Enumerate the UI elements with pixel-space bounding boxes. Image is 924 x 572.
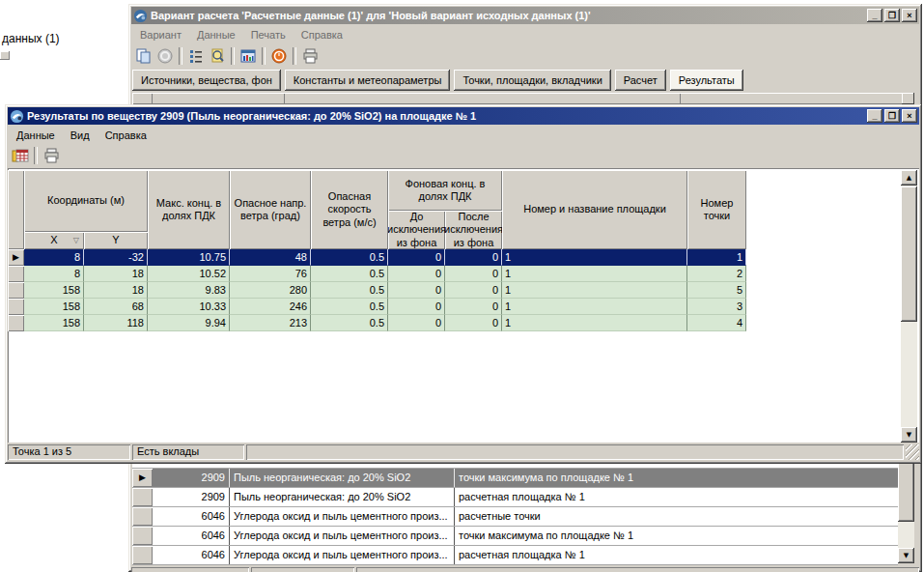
table-row[interactable]: 6046 Углерода оксид и пыль цементного пр…	[132, 527, 898, 546]
cell-x: 8	[24, 249, 84, 266]
list-icon[interactable]	[185, 45, 207, 67]
tab-calculation[interactable]: Расчет	[615, 70, 666, 91]
header-x[interactable]: X ▽	[24, 232, 84, 249]
header-wind-direction[interactable]: Опасное напр. ветра (град)	[230, 170, 311, 249]
scroll-up-icon[interactable]: ▲	[901, 170, 917, 186]
resize-grip[interactable]	[906, 444, 919, 460]
maximize-button[interactable]: ❐	[884, 109, 900, 123]
results-table-header: Координаты (м) X ▽ Y Макс. конц. в долях…	[8, 170, 746, 249]
header-x-label: X	[50, 234, 57, 246]
table-row-selected[interactable]: ▶ 2909 Пыль неорганическая: до 20% SiO2 …	[132, 469, 898, 488]
toolbar-separator	[231, 47, 235, 65]
menu-print[interactable]: Печать	[243, 27, 294, 43]
cell-y: -32	[84, 249, 148, 266]
cell-conc: 10.33	[148, 299, 230, 315]
table-grid-icon[interactable]	[10, 145, 31, 166]
header-max-conc[interactable]: Макс. конц. в долях ПДК	[148, 170, 230, 249]
cell-dir: 76	[230, 266, 311, 282]
cell-site: 1	[502, 299, 687, 315]
cell-dir: 246	[230, 299, 311, 315]
menu-view[interactable]: Вид	[63, 128, 98, 143]
clock-icon[interactable]	[268, 45, 290, 67]
cell-x: 158	[24, 315, 84, 331]
scrollbar-thumb[interactable]	[898, 458, 914, 522]
row-indicator	[8, 299, 24, 315]
header-background-conc-group[interactable]: Фоновая конц. в долях ПДК	[388, 170, 502, 211]
result-row[interactable]: 8 18 10.52 76 0.5 0 0 1 2	[8, 266, 746, 282]
result-row[interactable]: 158 118 9.94 213 0.5 0 0 1 4	[8, 315, 746, 331]
calc-variant-titlebar[interactable]: Вариант расчета 'Расчетные данные (1)' д…	[131, 7, 919, 24]
close-button[interactable]: ×	[902, 109, 917, 123]
substances-scrollbar[interactable]: ▼	[898, 458, 914, 563]
toolbar-separator	[293, 47, 296, 65]
history-icon[interactable]	[154, 45, 176, 67]
calc-variant-toolbar	[133, 44, 321, 68]
scroll-down-icon[interactable]: ▼	[898, 548, 914, 563]
cell-bg-after: 0	[445, 266, 502, 282]
header-bg-before[interactable]: До исключения из фона	[388, 211, 445, 249]
table-row[interactable]: 2909 Пыль неорганическая: до 20% SiO2 ра…	[132, 488, 898, 507]
substance-name: Пыль неорганическая: до 20% SiO2	[230, 469, 455, 487]
tab-sources[interactable]: Источники, вещества, фон	[132, 70, 281, 91]
menu-data[interactable]: Данные	[9, 128, 63, 143]
result-type: точки максимума по площадке № 1	[455, 469, 898, 487]
menu-help[interactable]: Справка	[294, 27, 350, 43]
header-bg-after[interactable]: После исключения из фона	[445, 211, 502, 249]
find-icon[interactable]	[207, 45, 228, 67]
minimize-button[interactable]: _	[867, 9, 882, 22]
header-y[interactable]: Y	[84, 232, 148, 249]
calc-variant-menubar: Вариант Данные Печать Справка	[132, 25, 350, 43]
status-panel	[251, 567, 354, 572]
scroll-down-icon[interactable]: ▼	[901, 427, 917, 443]
cell-y: 68	[84, 299, 148, 315]
copy-icon[interactable]	[133, 45, 154, 67]
substance-name: Углерода оксид и пыль цементного произ..…	[230, 527, 455, 545]
results-scrollbar[interactable]: ▲ ▼	[901, 170, 917, 443]
cell-point: 1	[687, 249, 746, 266]
cell-bg-after: 0	[445, 249, 502, 266]
menu-help[interactable]: Справка	[98, 128, 154, 143]
result-type: расчетная площадка № 1	[455, 546, 898, 564]
row-indicator: ▶	[8, 249, 24, 266]
header-coords[interactable]: Координаты (м)	[24, 170, 148, 232]
print-icon[interactable]	[299, 45, 321, 67]
backdrop-window-fragment	[0, 51, 10, 60]
cell-dir: 48	[230, 249, 311, 266]
status-point-counter: Точка 1 из 5	[8, 444, 130, 460]
substance-code: 6046	[153, 507, 230, 526]
cell-speed: 0.5	[311, 249, 388, 266]
tab-points[interactable]: Точки, площадки, вкладчики	[454, 70, 610, 91]
app-icon	[133, 9, 148, 23]
menu-variant[interactable]: Вариант	[132, 27, 189, 43]
print-icon[interactable]	[41, 145, 62, 166]
scroll-up-button[interactable]	[902, 93, 914, 104]
header-point-number[interactable]: Номер точки	[687, 170, 746, 249]
substance-name: Пыль неорганическая: до 20% SiO2	[230, 488, 455, 506]
chart-icon[interactable]	[238, 45, 259, 67]
tab-results[interactable]: Результаты	[670, 70, 743, 91]
close-button[interactable]: ×	[902, 9, 917, 22]
result-row[interactable]: 158 18 9.83 280 0.5 0 0 1 5	[8, 282, 746, 299]
results-titlebar[interactable]: Результаты по веществу 2909 (Пыль неорга…	[8, 107, 919, 125]
scrollbar-thumb[interactable]	[901, 186, 917, 322]
result-row-selected[interactable]: ▶ 8 -32 10.75 48 0.5 0 0 1 1	[8, 249, 746, 266]
row-indicator: ▶	[132, 469, 153, 487]
minimize-button[interactable]: _	[867, 109, 882, 123]
cell-speed: 0.5	[311, 266, 388, 282]
header-wind-speed[interactable]: Опасная скорость ветра (м/с)	[311, 170, 388, 249]
results-table: Координаты (м) X ▽ Y Макс. конц. в долях…	[8, 170, 746, 331]
menu-data[interactable]: Данные	[189, 27, 243, 43]
substance-code: 2909	[153, 488, 230, 506]
table-row[interactable]: 6046 Углерода оксид и пыль цементного пр…	[132, 546, 898, 565]
header-site-name[interactable]: Номер и название площадки	[502, 170, 687, 249]
result-type: расчетные точки	[455, 507, 898, 526]
toolbar-separator	[179, 47, 182, 65]
result-row[interactable]: 158 68 10.33 246 0.5 0 0 1 3	[8, 299, 746, 315]
cell-conc: 9.94	[148, 315, 230, 331]
maximize-button[interactable]: ❐	[884, 9, 900, 22]
results-window: Результаты по веществу 2909 (Пыль неорга…	[5, 104, 922, 464]
table-row[interactable]: 6046 Углерода оксид и пыль цементного пр…	[132, 507, 898, 527]
cell-site: 1	[502, 266, 687, 282]
cell-bg-after: 0	[445, 282, 502, 299]
tab-constants[interactable]: Константы и метеопараметры	[285, 70, 451, 91]
